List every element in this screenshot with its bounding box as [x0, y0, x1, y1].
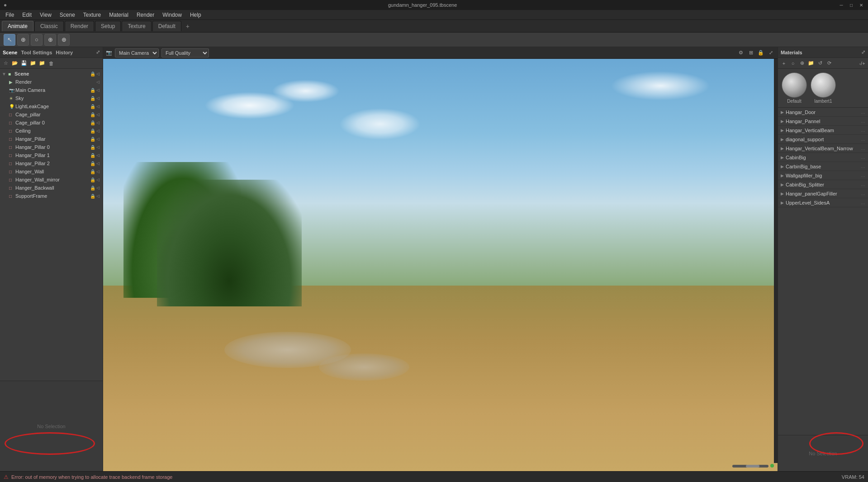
- materials-header: Materials ⤢: [778, 47, 868, 58]
- tree-area-2: [157, 180, 302, 306]
- materials-expand-icon[interactable]: ⤢: [861, 49, 865, 55]
- tree-item-hanger-wall[interactable]: □ Hanger_Wall 🔒 ◁: [0, 167, 103, 176]
- tree-item-supportframe[interactable]: □ SupportFrame 🔒 ◁: [0, 192, 103, 200]
- viewport-lock-btn[interactable]: 🔒: [757, 49, 765, 57]
- mat-item-upperlevel-sidesa[interactable]: ▶ UpperLevel_SidesA …: [778, 198, 868, 207]
- menu-material[interactable]: Material: [105, 11, 132, 19]
- mat-item-wallgapfiller-big[interactable]: ▶ Wallgapfiller_big …: [778, 171, 868, 180]
- select-tool[interactable]: ↖: [4, 34, 15, 46]
- tab-classic[interactable]: Classic: [34, 21, 64, 31]
- mat-item-cabinbig[interactable]: ▶ CabinBig …: [778, 153, 868, 162]
- tree-item-main-camera[interactable]: 📷 Main Camera 🔒 ◁: [0, 86, 103, 94]
- menu-scene[interactable]: Scene: [56, 11, 79, 19]
- cloud-4: [611, 71, 710, 100]
- viewport-expand-btn[interactable]: ⤢: [767, 49, 775, 57]
- scale-tool[interactable]: ⊕: [44, 34, 56, 46]
- menu-bar: File Edit View Scene Texture Material Re…: [0, 10, 868, 20]
- app-icon: ●: [4, 2, 7, 8]
- scene-panel: Scene Tool Settings History ⤢ ☆ 📂 💾 📁 📁 …: [0, 47, 103, 471]
- scene-expand-icon[interactable]: ⤢: [96, 49, 100, 55]
- mat-item-cabinbig-splitter[interactable]: ▶ CabinBig_Splitter …: [778, 180, 868, 189]
- close-button[interactable]: ✕: [858, 2, 864, 8]
- mat-item-carbinbig-base[interactable]: ▶ CarbinBig_base …: [778, 162, 868, 171]
- viewport-canvas[interactable]: [103, 59, 778, 471]
- tree-item-scene[interactable]: ▼ ■ Scene 🔒 ◁: [0, 70, 103, 78]
- swatch-lambert[interactable]: lambert1: [811, 72, 836, 104]
- minimize-button[interactable]: ─: [838, 2, 844, 8]
- scene-tree: ▼ ■ Scene 🔒 ◁ ▶ Render ◁ 📷 Main Camera 🔒…: [0, 69, 103, 381]
- scene-folder2-btn[interactable]: 📁: [38, 59, 46, 67]
- tree-item-ceiling[interactable]: □ Ceiling 🔒 ◁: [0, 127, 103, 135]
- scene-save-btn[interactable]: 💾: [20, 59, 28, 67]
- mat-item-hangar-door[interactable]: ▶ Hangar_Door …: [778, 108, 868, 117]
- mat-item-hangar-panelgapfiller[interactable]: ▶ Hangar_panelGapFiller …: [778, 189, 868, 198]
- viewport-settings-btn[interactable]: ⚙: [737, 49, 745, 57]
- mat-add-btn[interactable]: +: [780, 59, 788, 67]
- swatch-ball-default: [782, 72, 807, 98]
- menu-texture[interactable]: Texture: [80, 11, 104, 19]
- menu-window[interactable]: Window: [159, 11, 185, 19]
- tree-item-sky[interactable]: ☀ Sky 🔒 ◁: [0, 94, 103, 102]
- tree-item-hangar-pillar-0[interactable]: □ Hangar_Pillar 0 🔒 ◁: [0, 143, 103, 151]
- transform-tool[interactable]: ⊕: [17, 34, 29, 46]
- mat-copy-btn[interactable]: ⊕: [798, 59, 806, 67]
- cloud-2: [272, 80, 340, 102]
- mat-sphere-btn[interactable]: ○: [789, 59, 797, 67]
- mat-settings-btn[interactable]: ⟳: [825, 59, 833, 67]
- mat-item-hangar-pannel[interactable]: ▶ Hangar_Pannel …: [778, 117, 868, 126]
- menu-view[interactable]: View: [36, 11, 55, 19]
- tab-tool-settings[interactable]: Tool Settings: [21, 50, 52, 55]
- viewport-status-dot: [770, 464, 774, 468]
- tab-add-button[interactable]: +: [182, 21, 193, 32]
- tab-scene[interactable]: Scene: [3, 50, 17, 55]
- tree-item-cage-pillar[interactable]: □ Cage_pillar 🔒 ◁: [0, 110, 103, 119]
- mat-refresh-btn[interactable]: ↺: [816, 59, 824, 67]
- main-layout: Scene Tool Settings History ⤢ ☆ 📂 💾 📁 📁 …: [0, 47, 868, 471]
- tab-render[interactable]: Render: [65, 21, 94, 31]
- tree-item-hangar-pillar-2[interactable]: □ Hangar_Pillar 2 🔒 ◁: [0, 159, 103, 167]
- scene-delete-btn[interactable]: 🗑: [47, 59, 55, 67]
- tab-history[interactable]: History: [56, 50, 73, 55]
- quality-select[interactable]: Full Quality Half Quality Quarter Qualit…: [161, 48, 209, 57]
- ground: [103, 286, 778, 471]
- tab-animate[interactable]: Animate: [2, 21, 33, 31]
- tree-item-hangar-pillar-1[interactable]: □ Hangar_Pillar 1 🔒 ◁: [0, 151, 103, 159]
- tab-texture[interactable]: Texture: [122, 21, 151, 31]
- scene-no-selection: No Selection: [0, 381, 103, 471]
- menu-file[interactable]: File: [2, 11, 18, 19]
- mat-item-hangar-verticalbeam[interactable]: ▶ Hangar_VerticalBeam …: [778, 126, 868, 135]
- tab-setup[interactable]: Setup: [95, 21, 121, 31]
- tree-item-lightleakcage[interactable]: 💡 LightLeakCage 🔒 ◁: [0, 102, 103, 110]
- swatch-default[interactable]: Default: [782, 72, 807, 104]
- mat-folder-btn[interactable]: 📁: [807, 59, 815, 67]
- viewport-split-btn[interactable]: ⊞: [747, 49, 755, 57]
- materials-list: ▶ Hangar_Door … ▶ Hangar_Pannel … ▶ Hang…: [778, 108, 868, 435]
- menu-render[interactable]: Render: [133, 11, 158, 19]
- toolbar: ↖ ⊕ ○ ⊕ ⊕: [0, 33, 868, 47]
- scene-open-btn[interactable]: 📂: [11, 59, 19, 67]
- tree-item-render[interactable]: ▶ Render ◁: [0, 78, 103, 86]
- scene-new-btn[interactable]: ☆: [2, 59, 10, 67]
- scene-folder-btn[interactable]: 📁: [29, 59, 37, 67]
- materials-swatches: Default lambert1: [778, 69, 868, 108]
- mat-item-hangar-verticalbeam-narrow[interactable]: ▶ Hangar_VerticalBeam_Narrow …: [778, 144, 868, 153]
- maximize-button[interactable]: □: [848, 2, 854, 8]
- menu-help[interactable]: Help: [186, 11, 205, 19]
- tab-default[interactable]: Default: [152, 21, 181, 31]
- scene-header: Scene Tool Settings History ⤢: [0, 47, 103, 58]
- viewport-scrollbar-v[interactable]: [774, 59, 778, 463]
- vram-display: VRAM: 54: [842, 474, 864, 480]
- error-message: Error: out of memory when trying to allo…: [11, 474, 839, 480]
- tree-item-hanger-wall-mirror[interactable]: □ Hanger_Wall_mirror 🔒 ◁: [0, 176, 103, 184]
- tree-item-cage-pillar-0[interactable]: □ Cage_pillar 0 🔒 ◁: [0, 119, 103, 127]
- viewport-scrollbar-h[interactable]: [732, 465, 768, 468]
- swatch-label-lambert: lambert1: [815, 99, 832, 104]
- menu-edit[interactable]: Edit: [19, 11, 35, 19]
- pin-tool[interactable]: ⊕: [58, 34, 70, 46]
- tree-item-hangar-pillar[interactable]: □ Hangar_Pillar 🔒 ◁: [0, 135, 103, 143]
- mat-count-btn[interactable]: -/+: [858, 59, 866, 67]
- tree-item-hanger-backwall[interactable]: □ Hanger_Backwall 🔒 ◁: [0, 184, 103, 192]
- camera-select[interactable]: Main Camera: [115, 48, 159, 57]
- rotate-tool[interactable]: ○: [31, 34, 43, 46]
- mat-item-diagonal-support[interactable]: ▶ diagonal_support …: [778, 135, 868, 144]
